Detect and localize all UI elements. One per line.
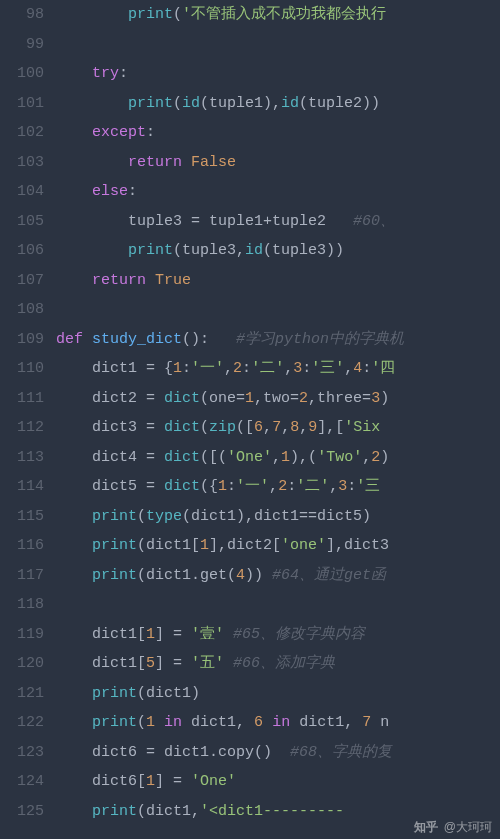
- code-line[interactable]: [56, 590, 500, 620]
- code-line[interactable]: dict4 = dict([('One',1),('Two',2): [56, 443, 500, 473]
- code-line[interactable]: tuple3 = tuple1+tuple2 #60、: [56, 207, 500, 237]
- code-line[interactable]: def study_dict(): #学习python中的字典机: [56, 325, 500, 355]
- code-line[interactable]: print('不管插入成不成功我都会执行: [56, 0, 500, 30]
- code-line[interactable]: print(type(dict1),dict1==dict5): [56, 502, 500, 532]
- code-line[interactable]: else:: [56, 177, 500, 207]
- line-number: 119: [0, 620, 44, 650]
- code-line[interactable]: print(dict1): [56, 679, 500, 709]
- code-line[interactable]: dict6 = dict1.copy() #68、字典的复: [56, 738, 500, 768]
- line-number: 120: [0, 649, 44, 679]
- line-number: 105: [0, 207, 44, 237]
- code-line[interactable]: print(id(tuple1),id(tuple2)): [56, 89, 500, 119]
- code-line[interactable]: except:: [56, 118, 500, 148]
- line-number: 99: [0, 30, 44, 60]
- line-number: 103: [0, 148, 44, 178]
- code-line[interactable]: dict1 = {1:'一',2:'二',3:'三',4:'四: [56, 354, 500, 384]
- line-number: 109: [0, 325, 44, 355]
- code-area[interactable]: print('不管插入成不成功我都会执行 try: print(id(tuple…: [56, 0, 500, 839]
- watermark-text: @大珂珂: [444, 820, 492, 834]
- line-number: 121: [0, 679, 44, 709]
- code-line[interactable]: dict2 = dict(one=1,two=2,three=3): [56, 384, 500, 414]
- line-number: 106: [0, 236, 44, 266]
- code-line[interactable]: try:: [56, 59, 500, 89]
- line-number: 116: [0, 531, 44, 561]
- watermark: 知乎 @大珂珂: [414, 821, 492, 833]
- code-line[interactable]: print(dict1[1],dict2['one'],dict3: [56, 531, 500, 561]
- line-number: 102: [0, 118, 44, 148]
- line-number: 113: [0, 443, 44, 473]
- code-line[interactable]: return False: [56, 148, 500, 178]
- code-line[interactable]: print(tuple3,id(tuple3)): [56, 236, 500, 266]
- line-number: 98: [0, 0, 44, 30]
- line-number-gutter: 9899100101102103104105106107108109110111…: [0, 0, 56, 839]
- line-number: 118: [0, 590, 44, 620]
- code-line[interactable]: return True: [56, 266, 500, 296]
- code-line[interactable]: dict6[1] = 'One': [56, 767, 500, 797]
- line-number: 115: [0, 502, 44, 532]
- line-number: 125: [0, 797, 44, 827]
- code-line[interactable]: dict5 = dict({1:'一',2:'二',3:'三: [56, 472, 500, 502]
- line-number: 114: [0, 472, 44, 502]
- code-line[interactable]: dict3 = dict(zip([6,7,8,9],['Six: [56, 413, 500, 443]
- line-number: 108: [0, 295, 44, 325]
- code-line[interactable]: [56, 295, 500, 325]
- code-line[interactable]: dict1[5] = '五' #66、添加字典: [56, 649, 500, 679]
- code-line[interactable]: print(dict1.get(4)) #64、通过get函: [56, 561, 500, 591]
- line-number: 124: [0, 767, 44, 797]
- line-number: 122: [0, 708, 44, 738]
- line-number: 117: [0, 561, 44, 591]
- line-number: 112: [0, 413, 44, 443]
- line-number: 107: [0, 266, 44, 296]
- line-number: 100: [0, 59, 44, 89]
- line-number: 101: [0, 89, 44, 119]
- line-number: 110: [0, 354, 44, 384]
- code-line[interactable]: [56, 30, 500, 60]
- code-line[interactable]: dict1[1] = '壹' #65、修改字典内容: [56, 620, 500, 650]
- line-number: 111: [0, 384, 44, 414]
- code-line[interactable]: print(1 in dict1, 6 in dict1, 7 n: [56, 708, 500, 738]
- line-number: 104: [0, 177, 44, 207]
- line-number: 123: [0, 738, 44, 768]
- code-editor[interactable]: 9899100101102103104105106107108109110111…: [0, 0, 500, 839]
- watermark-logo: 知乎: [414, 821, 438, 833]
